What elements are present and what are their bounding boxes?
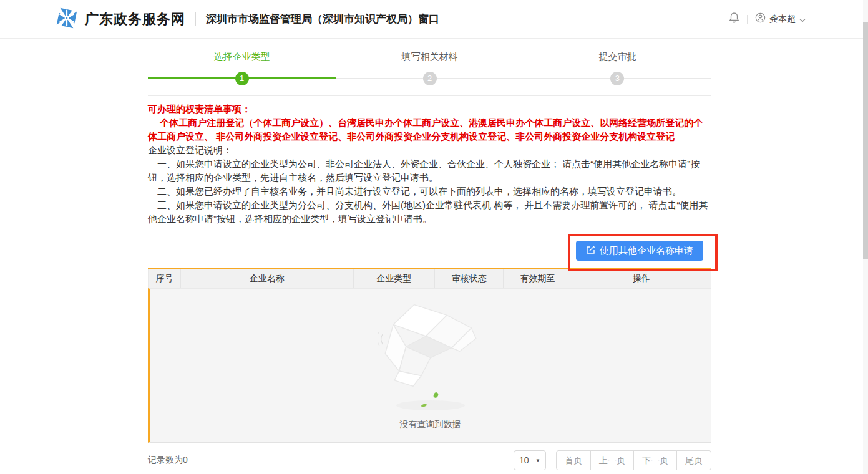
step-label-fill-materials: 填写相关材料 bbox=[336, 51, 524, 63]
header-divider bbox=[195, 12, 196, 26]
user-icon bbox=[755, 12, 766, 26]
pagination: 首页 上一页 下一页 尾页 bbox=[556, 450, 711, 470]
wizard-stepper: 选择企业类型 填写相关材料 提交审批 1 2 3 bbox=[148, 51, 711, 96]
page-size-select[interactable]: 10 ▼ bbox=[514, 450, 546, 470]
col-serial: 序号 bbox=[148, 269, 181, 288]
stepper-divider bbox=[148, 95, 711, 96]
col-enterprise-name: 企业名称 bbox=[181, 269, 354, 288]
table-empty-body: 没有查询到数据 bbox=[148, 288, 711, 443]
notice-intro: 企业设立登记说明： bbox=[148, 143, 711, 157]
pagination-next-button[interactable]: 下一页 bbox=[633, 450, 677, 470]
pagination-last-button[interactable]: 尾页 bbox=[676, 450, 711, 470]
page-size-value: 10 bbox=[519, 455, 529, 465]
step-dot-3: 3 bbox=[610, 72, 624, 85]
user-menu[interactable]: 龚本超 bbox=[755, 12, 806, 26]
empty-shadow-ellipse bbox=[396, 400, 465, 410]
col-operation: 操作 bbox=[572, 269, 711, 288]
notice-red-body: 个体工商户注册登记（个体工商户设立）、台湾居民申办个体工商户设立、港澳居民申办个… bbox=[148, 116, 711, 143]
notice-item-2: 二、如果您已经办理了自主核名业务，并且尚未进行设立登记，可以在下面的列表中，选择… bbox=[148, 185, 711, 198]
scrollbar-thumb[interactable] bbox=[863, 22, 868, 259]
notice-item-3: 三、如果您申请设立的企业类型为分公司、分支机构、外国(地区)企业常驻代表机 构等… bbox=[148, 198, 711, 226]
enterprise-table: 序号 企业名称 企业类型 审核状态 有效期至 操作 bbox=[148, 268, 711, 443]
apply-other-name-button[interactable]: 使用其他企业名称申请 bbox=[576, 241, 703, 261]
window-title: 深圳市市场监督管理局（深圳市知识产权局）窗口 bbox=[206, 12, 439, 26]
action-row: 使用其他企业名称申请 bbox=[148, 226, 711, 268]
step-label-submit-approval: 提交审批 bbox=[524, 51, 711, 63]
pagination-first-button[interactable]: 首页 bbox=[556, 450, 591, 470]
bell-icon[interactable] bbox=[729, 12, 739, 26]
pagination-prev-button[interactable]: 上一页 bbox=[590, 450, 634, 470]
gdzwfw-logo-icon[interactable] bbox=[55, 6, 79, 32]
empty-box-illustration bbox=[378, 301, 483, 391]
user-name: 龚本超 bbox=[769, 14, 796, 25]
col-enterprise-type: 企业类型 bbox=[354, 269, 435, 288]
empty-state-text: 没有查询到数据 bbox=[400, 419, 461, 430]
select-caret-icon: ▼ bbox=[535, 458, 540, 463]
site-name: 广东政务服务网 bbox=[85, 10, 185, 29]
notice-title: 可办理的权责清单事项： bbox=[148, 102, 711, 116]
col-review-status: 审核状态 bbox=[435, 269, 504, 288]
empty-green-dot bbox=[432, 392, 439, 399]
table-footer: 记录数为0 10 ▼ 首页 上一页 下一页 尾页 bbox=[148, 450, 711, 470]
header-right-divider bbox=[747, 15, 748, 24]
main-content: 选择企业类型 填写相关材料 提交审批 1 2 3 可办理的权责清单事项： 个体工… bbox=[148, 39, 711, 470]
col-valid-until: 有效期至 bbox=[504, 269, 572, 288]
step-label-choose-type: 选择企业类型 bbox=[148, 51, 336, 63]
notice-item-1: 一、如果您申请设立的企业类型为公司、非公司企业法人、外资企业、合伙企业、个人独资… bbox=[148, 157, 711, 185]
chevron-down-icon bbox=[799, 14, 806, 25]
step-dot-2: 2 bbox=[423, 72, 437, 85]
edit-icon bbox=[586, 245, 595, 256]
table-header-row: 序号 企业名称 企业类型 审核状态 有效期至 操作 bbox=[148, 269, 711, 288]
records-count: 记录数为0 bbox=[148, 455, 188, 466]
notice-block: 可办理的权责清单事项： 个体工商户注册登记（个体工商户设立）、台湾居民申办个体工… bbox=[148, 102, 711, 226]
step-dot-1: 1 bbox=[235, 72, 249, 85]
top-header: 广东政务服务网 深圳市市场监督管理局（深圳市知识产权局）窗口 龚本超 bbox=[0, 0, 868, 39]
scrollbar-track[interactable] bbox=[863, 0, 868, 474]
apply-button-label: 使用其他企业名称申请 bbox=[600, 245, 693, 257]
